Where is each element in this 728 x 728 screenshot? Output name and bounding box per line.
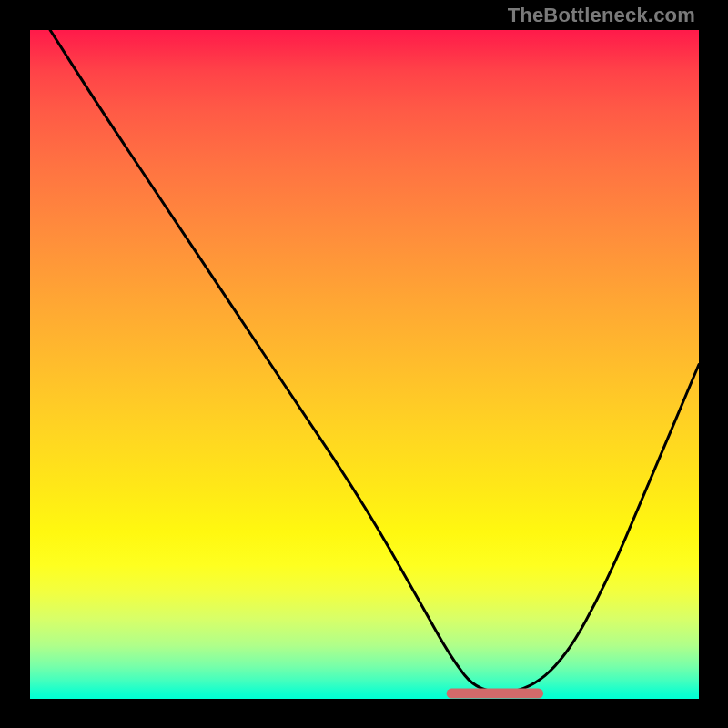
chart-svg — [30, 30, 699, 699]
chart-frame: TheBottleneck.com — [0, 0, 728, 728]
plot-area — [30, 30, 699, 699]
main-curve-path — [50, 30, 699, 693]
watermark-text: TheBottleneck.com — [508, 4, 695, 27]
